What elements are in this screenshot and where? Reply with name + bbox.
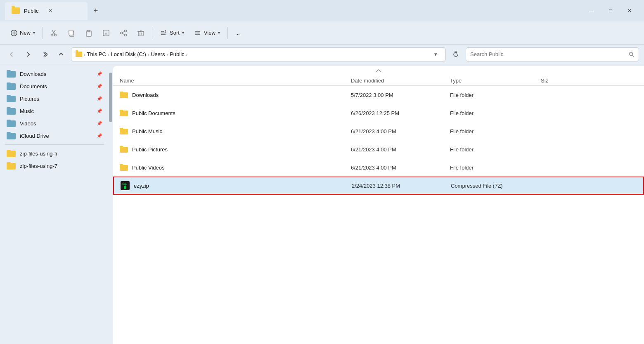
search-bar[interactable] — [466, 47, 639, 61]
svg-line-17 — [123, 33, 125, 34]
file-name: Public Documents — [120, 110, 351, 116]
sidebar-documents-pin-icon: 📌 — [97, 84, 102, 89]
svg-point-13 — [125, 30, 127, 32]
active-tab[interactable]: Public ✕ — [5, 2, 88, 20]
forward-button[interactable] — [21, 48, 35, 61]
paste-button[interactable] — [81, 27, 97, 39]
sidebar-pictures-label: Pictures — [20, 96, 39, 102]
view-chevron-icon: ▾ — [218, 31, 220, 35]
file-pane: Name Date modified Type Siz Downloads 5/… — [113, 66, 644, 344]
delete-button[interactable] — [133, 27, 149, 39]
collapse-bar[interactable] — [113, 66, 644, 76]
back-button[interactable] — [5, 48, 18, 61]
sidebar-item-documents[interactable]: Documents 📌 — [2, 80, 107, 92]
sidebar-folder-downloads-icon — [7, 70, 16, 78]
breadcrumb-public[interactable]: Public — [170, 51, 184, 57]
breadcrumb-users[interactable]: Users — [151, 51, 165, 57]
up-button[interactable] — [54, 48, 68, 61]
tab-title: Public — [24, 8, 38, 14]
sidebar-zip2-label: zip-files-using-7 — [20, 163, 57, 169]
sidebar-divider — [5, 144, 104, 145]
col-header-date[interactable]: Date modified — [351, 78, 450, 84]
sidebar-item-zip2[interactable]: zip-files-using-7 — [2, 160, 107, 172]
file-list: Downloads 5/7/2022 3:00 PM File folder P… — [113, 86, 644, 344]
svg-rect-8 — [69, 30, 73, 35]
file-name: Downloads — [120, 92, 351, 98]
sort-icon — [160, 29, 167, 37]
sort-chevron-icon: ▾ — [182, 31, 184, 35]
sidebar: Downloads 📌 Documents 📌 Pictures 📌 — [0, 64, 109, 344]
cut-button[interactable] — [46, 27, 62, 39]
breadcrumb-sep-3: › — [166, 52, 168, 57]
sort-button[interactable]: Sort ▾ — [156, 27, 188, 39]
table-row[interactable]: Public Music 6/21/2023 4:00 PM File fold… — [113, 122, 644, 140]
table-row[interactable]: Public Documents 6/26/2023 12:25 PM File… — [113, 104, 644, 122]
copy-icon — [68, 29, 75, 37]
breadcrumb-local-disk[interactable]: Local Disk (C:) — [111, 51, 146, 57]
breadcrumb-this-pc[interactable]: This PC — [87, 51, 106, 57]
breadcrumb-bar[interactable]: › This PC › Local Disk (C:) › Users › Pu… — [71, 47, 446, 61]
more-button[interactable]: ... — [231, 27, 244, 38]
table-row[interactable]: Public Videos 6/21/2023 4:00 PM File fol… — [113, 158, 644, 177]
sort-label: Sort — [170, 30, 180, 36]
table-row[interactable]: Public Pictures 6/21/2023 4:00 PM File f… — [113, 140, 644, 158]
rename-button[interactable]: A — [98, 27, 114, 39]
svg-line-16 — [123, 31, 125, 32]
file-date: 5/7/2022 3:00 PM — [351, 92, 450, 98]
sidebar-documents-label: Documents — [20, 83, 47, 90]
close-button[interactable]: ✕ — [620, 4, 639, 17]
table-row[interactable]: 7z ezyzip 2/24/2023 12:38 PM Compressed … — [113, 177, 644, 195]
copy-button[interactable] — [64, 27, 79, 39]
sidebar-scrollbar[interactable] — [109, 64, 113, 344]
sidebar-videos-pin-icon: 📌 — [97, 121, 102, 126]
new-button[interactable]: New ▾ — [7, 27, 39, 39]
file-type: File folder — [450, 146, 541, 153]
file-type: File folder — [450, 165, 541, 171]
cut-icon — [50, 29, 58, 37]
svg-line-30 — [632, 55, 635, 57]
file-name-text: Public Documents — [132, 110, 175, 116]
refresh-button[interactable] — [449, 48, 462, 61]
file-date: 6/21/2023 4:00 PM — [351, 128, 450, 134]
collapse-icon — [375, 69, 382, 73]
minimize-button[interactable]: — — [582, 4, 601, 17]
col-header-name[interactable]: Name — [120, 78, 351, 84]
paste-icon — [85, 29, 92, 37]
col-header-size[interactable]: Siz — [541, 78, 637, 84]
recent-locations-button[interactable] — [38, 48, 51, 61]
new-tab-button[interactable]: + — [89, 4, 102, 17]
sidebar-icloud-pin-icon: 📌 — [97, 133, 102, 139]
sidebar-scrollbar-thumb[interactable] — [109, 73, 112, 122]
svg-rect-18 — [138, 31, 143, 36]
main-content: Downloads 📌 Documents 📌 Pictures 📌 — [0, 64, 644, 344]
sidebar-item-videos[interactable]: Videos 📌 — [2, 117, 107, 130]
folder-icon — [120, 146, 128, 153]
share-button[interactable] — [116, 27, 131, 39]
window-controls: — □ ✕ — [582, 4, 639, 17]
forward-icon — [25, 52, 31, 57]
sidebar-item-icloud[interactable]: iCloud Drive 📌 — [2, 130, 107, 142]
address-bar: › This PC › Local Disk (C:) › Users › Pu… — [0, 45, 644, 64]
folder-icon — [120, 110, 128, 116]
separator-1 — [43, 27, 43, 39]
plus-icon — [11, 30, 17, 36]
sidebar-item-pictures[interactable]: Pictures 📌 — [2, 92, 107, 105]
sidebar-videos-label: Videos — [20, 120, 36, 127]
breadcrumb-dropdown-button[interactable]: ▾ — [430, 49, 441, 60]
sidebar-folder-icloud-icon — [7, 132, 16, 139]
sidebar-item-downloads[interactable]: Downloads 📌 — [2, 68, 107, 80]
search-input[interactable] — [470, 51, 625, 57]
new-label: New — [20, 30, 31, 36]
table-row[interactable]: Downloads 5/7/2022 3:00 PM File folder — [113, 86, 644, 104]
col-header-type[interactable]: Type — [450, 78, 541, 84]
file-name-text: ezyzip — [134, 183, 149, 189]
folder-icon — [120, 128, 128, 134]
sidebar-item-zip1[interactable]: zip-files-using-fi — [2, 147, 107, 160]
breadcrumb-sep-1: › — [108, 52, 109, 57]
sidebar-item-music[interactable]: Music 📌 — [2, 105, 107, 117]
maximize-button[interactable]: □ — [601, 4, 620, 17]
svg-rect-33 — [124, 186, 126, 189]
breadcrumb-sep-0: › — [84, 52, 85, 57]
view-button[interactable]: View ▾ — [190, 27, 224, 39]
tab-close-button[interactable]: ✕ — [46, 6, 55, 15]
